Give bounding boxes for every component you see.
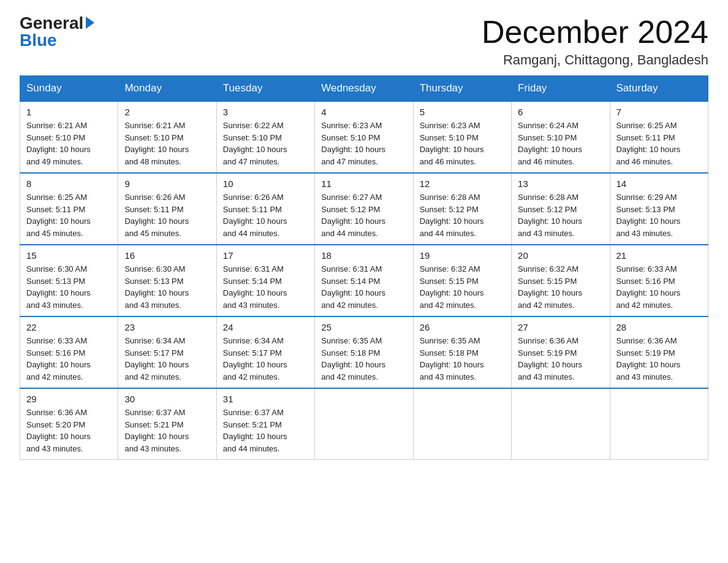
day-info: Sunrise: 6:21 AMSunset: 5:10 PMDaylight:…	[26, 120, 112, 167]
day-info: Sunrise: 6:32 AMSunset: 5:15 PMDaylight:…	[518, 263, 603, 311]
day-info: Sunrise: 6:27 AMSunset: 5:12 PMDaylight:…	[321, 191, 406, 239]
logo-general: General	[20, 15, 83, 32]
calendar-header-row: SundayMondayTuesdayWednesdayThursdayFrid…	[20, 76, 708, 102]
calendar-cell: 24Sunrise: 6:34 AMSunset: 5:17 PMDayligh…	[216, 316, 314, 388]
logo-blue: Blue	[20, 32, 57, 49]
calendar-cell: 15Sunrise: 6:30 AMSunset: 5:13 PMDayligh…	[20, 245, 118, 316]
day-number: 24	[223, 322, 308, 332]
col-header-tuesday: Tuesday	[216, 76, 314, 102]
calendar-cell: 7Sunrise: 6:25 AMSunset: 5:11 PMDaylight…	[610, 101, 708, 173]
calendar-cell: 31Sunrise: 6:37 AMSunset: 5:21 PMDayligh…	[216, 388, 314, 460]
col-header-friday: Friday	[512, 76, 610, 102]
calendar-cell: 23Sunrise: 6:34 AMSunset: 5:17 PMDayligh…	[118, 316, 216, 388]
calendar-cell	[610, 388, 708, 460]
day-number: 14	[616, 178, 702, 189]
day-number: 10	[223, 178, 308, 189]
calendar-cell: 1Sunrise: 6:21 AMSunset: 5:10 PMDaylight…	[20, 101, 118, 173]
day-info: Sunrise: 6:21 AMSunset: 5:10 PMDaylight:…	[124, 120, 210, 167]
day-info: Sunrise: 6:33 AMSunset: 5:16 PMDaylight:…	[616, 263, 702, 311]
day-info: Sunrise: 6:24 AMSunset: 5:10 PMDaylight:…	[518, 120, 603, 167]
day-number: 17	[223, 250, 308, 261]
day-info: Sunrise: 6:34 AMSunset: 5:17 PMDaylight:…	[124, 335, 210, 383]
calendar-cell: 17Sunrise: 6:31 AMSunset: 5:14 PMDayligh…	[216, 245, 314, 316]
day-info: Sunrise: 6:22 AMSunset: 5:10 PMDaylight:…	[223, 120, 308, 167]
col-header-monday: Monday	[118, 76, 216, 102]
day-info: Sunrise: 6:26 AMSunset: 5:11 PMDaylight:…	[124, 191, 210, 239]
day-info: Sunrise: 6:33 AMSunset: 5:16 PMDaylight:…	[26, 335, 112, 383]
day-info: Sunrise: 6:36 AMSunset: 5:20 PMDaylight:…	[26, 407, 112, 454]
day-number: 25	[321, 322, 406, 332]
col-header-wednesday: Wednesday	[315, 76, 413, 102]
day-number: 22	[26, 322, 112, 332]
calendar-cell: 4Sunrise: 6:23 AMSunset: 5:10 PMDaylight…	[315, 101, 413, 173]
calendar-cell	[512, 388, 610, 460]
day-number: 3	[223, 107, 308, 117]
col-header-saturday: Saturday	[610, 76, 708, 102]
day-info: Sunrise: 6:36 AMSunset: 5:19 PMDaylight:…	[616, 335, 702, 383]
day-number: 7	[616, 107, 702, 117]
day-info: Sunrise: 6:37 AMSunset: 5:21 PMDaylight:…	[223, 407, 308, 454]
day-number: 6	[518, 107, 603, 117]
calendar-cell: 2Sunrise: 6:21 AMSunset: 5:10 PMDaylight…	[118, 101, 216, 173]
day-info: Sunrise: 6:31 AMSunset: 5:14 PMDaylight:…	[223, 263, 308, 311]
day-number: 27	[518, 322, 603, 332]
col-header-thursday: Thursday	[413, 76, 511, 102]
calendar-cell: 29Sunrise: 6:36 AMSunset: 5:20 PMDayligh…	[20, 388, 118, 460]
day-number: 31	[223, 394, 308, 404]
calendar-week-row: 8Sunrise: 6:25 AMSunset: 5:11 PMDaylight…	[20, 173, 708, 245]
calendar-cell: 22Sunrise: 6:33 AMSunset: 5:16 PMDayligh…	[20, 316, 118, 388]
calendar-cell: 16Sunrise: 6:30 AMSunset: 5:13 PMDayligh…	[118, 245, 216, 316]
day-info: Sunrise: 6:26 AMSunset: 5:11 PMDaylight:…	[223, 191, 308, 239]
day-info: Sunrise: 6:30 AMSunset: 5:13 PMDaylight:…	[124, 263, 210, 311]
calendar-cell: 12Sunrise: 6:28 AMSunset: 5:12 PMDayligh…	[413, 173, 511, 245]
page-header: General Blue December 2024 Ramganj, Chit…	[20, 15, 708, 68]
calendar-cell: 5Sunrise: 6:23 AMSunset: 5:10 PMDaylight…	[413, 101, 511, 173]
logo-triangle-icon	[86, 17, 94, 29]
day-number: 4	[321, 107, 406, 117]
day-info: Sunrise: 6:23 AMSunset: 5:10 PMDaylight:…	[321, 120, 406, 167]
calendar-cell: 13Sunrise: 6:28 AMSunset: 5:12 PMDayligh…	[512, 173, 610, 245]
day-number: 28	[616, 322, 702, 332]
day-number: 30	[124, 394, 210, 404]
calendar-cell: 20Sunrise: 6:32 AMSunset: 5:15 PMDayligh…	[512, 245, 610, 316]
calendar-week-row: 29Sunrise: 6:36 AMSunset: 5:20 PMDayligh…	[20, 388, 708, 460]
calendar-cell	[315, 388, 413, 460]
day-info: Sunrise: 6:37 AMSunset: 5:21 PMDaylight:…	[124, 407, 210, 454]
calendar-cell: 21Sunrise: 6:33 AMSunset: 5:16 PMDayligh…	[610, 245, 708, 316]
calendar-cell: 19Sunrise: 6:32 AMSunset: 5:15 PMDayligh…	[413, 245, 511, 316]
day-number: 1	[26, 107, 112, 117]
month-title: December 2024	[482, 15, 708, 50]
calendar-cell: 6Sunrise: 6:24 AMSunset: 5:10 PMDaylight…	[512, 101, 610, 173]
day-number: 9	[124, 178, 210, 189]
calendar-cell: 10Sunrise: 6:26 AMSunset: 5:11 PMDayligh…	[216, 173, 314, 245]
day-number: 20	[518, 250, 603, 261]
calendar-cell: 3Sunrise: 6:22 AMSunset: 5:10 PMDaylight…	[216, 101, 314, 173]
day-number: 2	[124, 107, 210, 117]
day-number: 11	[321, 178, 406, 189]
calendar-cell: 26Sunrise: 6:35 AMSunset: 5:18 PMDayligh…	[413, 316, 511, 388]
calendar-week-row: 15Sunrise: 6:30 AMSunset: 5:13 PMDayligh…	[20, 245, 708, 316]
calendar-cell: 30Sunrise: 6:37 AMSunset: 5:21 PMDayligh…	[118, 388, 216, 460]
day-number: 15	[26, 250, 112, 261]
day-number: 13	[518, 178, 603, 189]
calendar-cell	[413, 388, 511, 460]
day-info: Sunrise: 6:36 AMSunset: 5:19 PMDaylight:…	[518, 335, 603, 383]
day-info: Sunrise: 6:30 AMSunset: 5:13 PMDaylight:…	[26, 263, 112, 311]
day-info: Sunrise: 6:28 AMSunset: 5:12 PMDaylight:…	[420, 191, 505, 239]
calendar-cell: 14Sunrise: 6:29 AMSunset: 5:13 PMDayligh…	[610, 173, 708, 245]
day-number: 29	[26, 394, 112, 404]
calendar-cell: 25Sunrise: 6:35 AMSunset: 5:18 PMDayligh…	[315, 316, 413, 388]
calendar-cell: 18Sunrise: 6:31 AMSunset: 5:14 PMDayligh…	[315, 245, 413, 316]
day-info: Sunrise: 6:32 AMSunset: 5:15 PMDaylight:…	[420, 263, 505, 311]
calendar-cell: 8Sunrise: 6:25 AMSunset: 5:11 PMDaylight…	[20, 173, 118, 245]
day-number: 19	[420, 250, 505, 261]
day-number: 21	[616, 250, 702, 261]
day-info: Sunrise: 6:25 AMSunset: 5:11 PMDaylight:…	[26, 191, 112, 239]
day-info: Sunrise: 6:28 AMSunset: 5:12 PMDaylight:…	[518, 191, 603, 239]
day-info: Sunrise: 6:23 AMSunset: 5:10 PMDaylight:…	[420, 120, 505, 167]
day-number: 26	[420, 322, 505, 332]
day-info: Sunrise: 6:34 AMSunset: 5:17 PMDaylight:…	[223, 335, 308, 383]
calendar-cell: 28Sunrise: 6:36 AMSunset: 5:19 PMDayligh…	[610, 316, 708, 388]
calendar-cell: 9Sunrise: 6:26 AMSunset: 5:11 PMDaylight…	[118, 173, 216, 245]
day-number: 5	[420, 107, 505, 117]
